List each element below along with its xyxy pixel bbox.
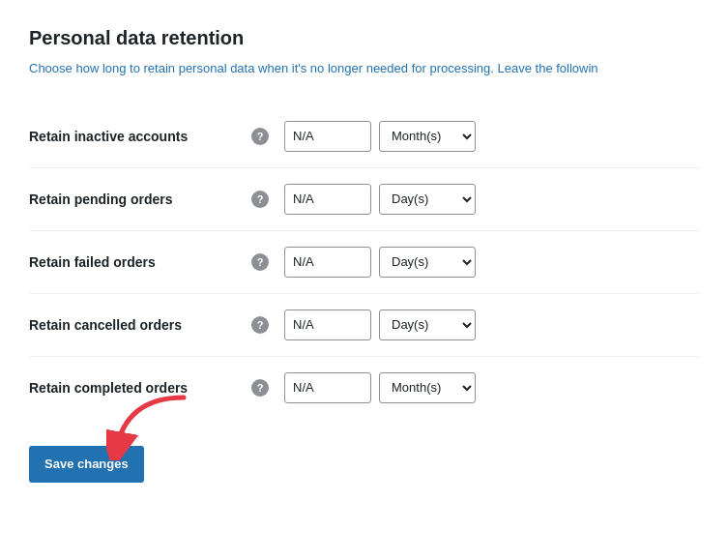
input-inactive-accounts[interactable] — [284, 121, 371, 152]
page-description: Choose how long to retain personal data … — [29, 59, 699, 78]
label-completed-orders: Retain completed orders — [29, 380, 251, 396]
label-pending-orders: Retain pending orders — [29, 192, 251, 207]
help-icon-failed-orders[interactable]: ? — [251, 253, 269, 271]
help-icon-pending-orders[interactable]: ? — [251, 191, 269, 208]
select-completed-orders[interactable]: Month(s)Day(s)Year(s) — [379, 372, 476, 403]
page-container: Personal data retention Choose how long … — [0, 0, 728, 560]
row-completed-orders: Retain completed orders?Month(s)Day(s)Ye… — [29, 357, 699, 419]
help-icon-completed-orders[interactable]: ? — [251, 379, 269, 397]
input-cancelled-orders[interactable] — [284, 309, 371, 340]
input-completed-orders[interactable] — [284, 372, 371, 403]
label-inactive-accounts: Retain inactive accounts — [29, 129, 251, 144]
row-failed-orders: Retain failed orders?Day(s)Month(s)Year(… — [29, 231, 699, 294]
input-pending-orders[interactable] — [284, 184, 371, 215]
select-failed-orders[interactable]: Day(s)Month(s)Year(s) — [379, 247, 476, 278]
select-pending-orders[interactable]: Day(s)Month(s)Year(s) — [379, 184, 476, 215]
settings-rows: Retain inactive accounts?Month(s)Day(s)Y… — [29, 105, 699, 419]
label-failed-orders: Retain failed orders — [29, 254, 251, 270]
help-icon-cancelled-orders[interactable]: ? — [251, 316, 269, 334]
save-button[interactable]: Save changes — [29, 446, 144, 483]
select-inactive-accounts[interactable]: Month(s)Day(s)Year(s) — [379, 121, 476, 152]
label-cancelled-orders: Retain cancelled orders — [29, 317, 251, 333]
input-failed-orders[interactable] — [284, 247, 371, 278]
row-pending-orders: Retain pending orders?Day(s)Month(s)Year… — [29, 168, 699, 231]
page-title: Personal data retention — [29, 27, 699, 49]
select-cancelled-orders[interactable]: Day(s)Month(s)Year(s) — [379, 309, 476, 340]
row-cancelled-orders: Retain cancelled orders?Day(s)Month(s)Ye… — [29, 294, 699, 357]
help-icon-inactive-accounts[interactable]: ? — [251, 128, 269, 145]
save-area: Save changes — [29, 446, 699, 483]
row-inactive-accounts: Retain inactive accounts?Month(s)Day(s)Y… — [29, 105, 699, 168]
